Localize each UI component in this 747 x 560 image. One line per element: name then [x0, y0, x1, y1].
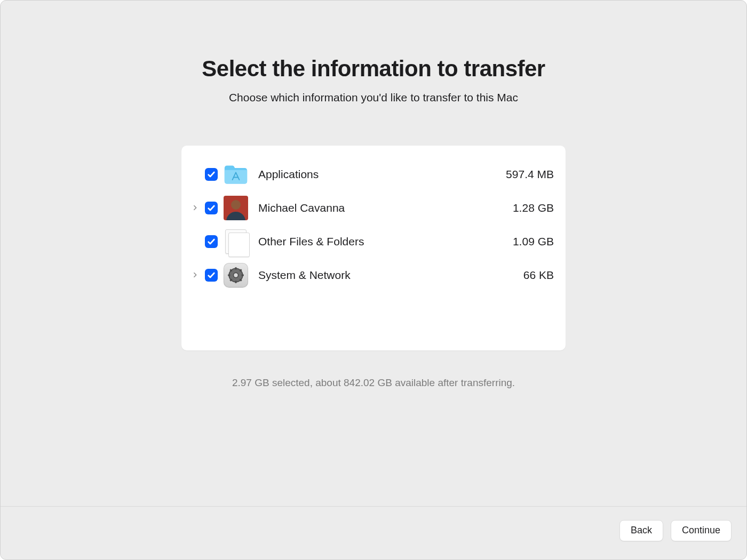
item-label: Michael Cavanna: [251, 202, 484, 214]
back-button[interactable]: Back: [619, 520, 663, 541]
migration-assistant-window: Select the information to transfer Choos…: [0, 0, 747, 560]
checkbox-user[interactable]: [205, 202, 218, 214]
summary-text: 2.97 GB selected, about 842.02 GB availa…: [232, 377, 515, 389]
page-subtitle: Choose which information you'd like to t…: [229, 91, 518, 104]
item-label: System & Network: [251, 269, 484, 282]
transfer-item-other-files[interactable]: Other Files & Folders 1.09 GB: [188, 225, 554, 258]
item-size: 66 KB: [484, 269, 554, 282]
item-size: 1.28 GB: [484, 202, 554, 214]
chevron-right-icon[interactable]: [192, 271, 198, 278]
checkbox-other-files[interactable]: [205, 235, 218, 248]
continue-button[interactable]: Continue: [671, 520, 732, 541]
checkbox-applications[interactable]: [205, 168, 218, 181]
transfer-item-user[interactable]: Michael Cavanna 1.28 GB: [188, 191, 554, 225]
checkmark-icon: [207, 204, 216, 212]
footer-bar: Back Continue: [1, 506, 746, 559]
item-size: 597.4 MB: [484, 168, 554, 181]
svg-point-1: [233, 273, 238, 277]
checkmark-icon: [207, 170, 216, 179]
content-area: Select the information to transfer Choos…: [1, 1, 746, 506]
document-stack-icon: [224, 229, 248, 254]
item-label: Other Files & Folders: [251, 235, 484, 248]
item-label: Applications: [251, 168, 484, 181]
folder-icon: [224, 163, 248, 186]
settings-gear-icon: [224, 263, 248, 287]
transfer-item-applications[interactable]: Applications 597.4 MB: [188, 157, 554, 191]
checkmark-icon: [207, 237, 216, 246]
applications-folder-icon: [224, 162, 248, 187]
item-size: 1.09 GB: [484, 235, 554, 248]
transfer-panel: Applications 597.4 MB: [181, 146, 566, 350]
chevron-right-icon[interactable]: [192, 204, 198, 211]
checkmark-icon: [207, 271, 216, 279]
user-avatar-icon: [224, 196, 248, 220]
transfer-item-system[interactable]: System & Network 66 KB: [188, 258, 554, 292]
checkbox-system[interactable]: [205, 269, 218, 282]
page-title: Select the information to transfer: [202, 56, 545, 82]
